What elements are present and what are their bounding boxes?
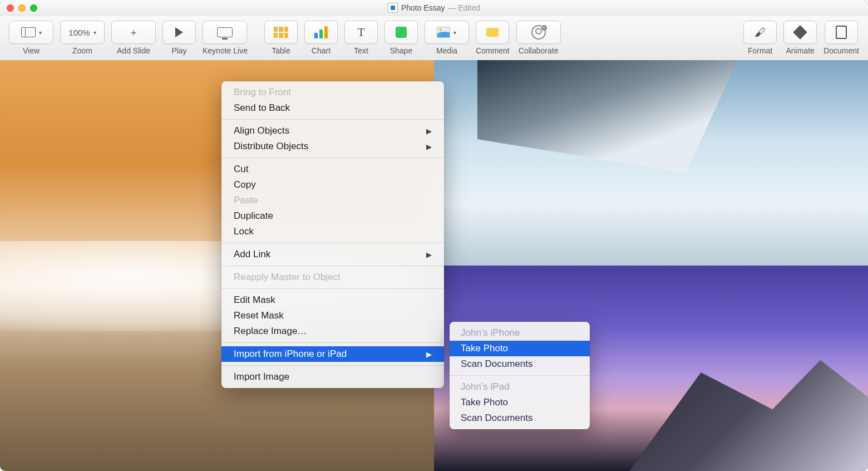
zoom-label: Zoom [72,46,92,55]
table-button[interactable] [264,21,298,44]
text-label: Text [354,46,368,55]
comment-icon [486,28,499,37]
table-tool: Table [264,21,298,55]
menu-separator [221,266,444,266]
format-icon: 🖌 [754,26,766,39]
view-button[interactable]: ▾ [9,21,53,44]
submenu-arrow-icon: ▶ [426,143,432,151]
chevron-down-icon: ▾ [93,30,96,36]
submenu-arrow-icon: ▶ [426,127,432,135]
submenu-iphone-take-photo[interactable]: Take Photo [450,341,590,356]
document-title: Photo Essay [401,3,445,12]
document-tool: Document [823,21,859,55]
add-slide-button[interactable]: ＋ [111,21,156,44]
animate-label: Animate [786,46,815,55]
menu-import-image[interactable]: Import Image [221,369,444,385]
keynote-live-button[interactable] [203,21,247,44]
minimize-window-button[interactable] [18,4,26,12]
submenu-iphone-scan-documents[interactable]: Scan Documents [450,356,590,372]
window-title: Photo Essay — Edited [0,3,868,13]
submenu-device-iphone: John’s iPhone [450,325,590,341]
edited-indicator: — Edited [448,3,481,12]
shape-icon [396,27,407,38]
chart-label: Chart [312,46,331,55]
zoom-button[interactable]: 100% ▾ [60,21,105,44]
menu-reset-mask[interactable]: Reset Mask [221,308,444,323]
zoom-tool: 100% ▾ Zoom [60,21,105,55]
zoom-value: 100% [68,28,90,37]
play-tool: Play [162,21,196,55]
media-icon [437,27,450,38]
toolbar-right-group: 🖌 Format Animate Document [740,21,862,55]
view-label: View [23,46,40,55]
chart-button[interactable] [304,21,338,44]
submenu-ipad-take-photo[interactable]: Take Photo [450,395,590,410]
menu-separator [221,243,444,243]
document-icon [388,3,398,13]
menu-replace-image[interactable]: Replace Image… [221,323,444,339]
view-tool: ▾ View [9,21,53,55]
menu-separator [221,342,444,343]
menu-separator [450,375,590,376]
submenu-ipad-scan-documents[interactable]: Scan Documents [450,410,590,426]
menu-send-to-back[interactable]: Send to Back [221,100,444,116]
keynote-live-label: Keynote Live [203,46,248,55]
table-icon [274,27,288,38]
collaborate-button[interactable]: + [516,21,561,44]
shape-button[interactable] [384,21,418,44]
slide-image-ice[interactable] [434,60,868,266]
text-tool: T Text [344,21,378,55]
menu-lock[interactable]: Lock [221,224,444,239]
menu-edit-mask[interactable]: Edit Mask [221,292,444,308]
context-menu: Bring to Front Send to Back Align Object… [221,81,444,388]
play-button[interactable] [162,21,196,44]
media-tool: ▾ Media [425,21,469,55]
menu-reapply-master: Reapply Master to Object [221,269,444,285]
menu-paste: Paste [221,193,444,208]
text-icon: T [357,26,364,38]
menu-cut[interactable]: Cut [221,161,444,177]
menu-separator [221,288,444,289]
document-label: Document [823,46,859,55]
submenu-arrow-icon: ▶ [426,251,432,259]
collaborate-label: Collaborate [519,46,559,55]
format-tool: 🖌 Format [743,21,777,55]
keynote-live-icon [217,27,233,37]
zoom-window-button[interactable] [30,4,37,12]
keynote-live-tool: Keynote Live [203,21,248,55]
menu-separator [221,119,444,120]
view-icon [21,27,36,37]
menu-import-from-iphone-ipad[interactable]: Import from iPhone or iPad▶ [221,346,444,362]
document-button[interactable] [825,21,858,44]
menu-separator [221,365,444,366]
submenu-device-ipad: John’s iPad [450,379,590,395]
menu-bring-to-front: Bring to Front [221,85,444,100]
play-label: Play [171,46,186,55]
menu-align-objects[interactable]: Align Objects▶ [221,123,444,139]
add-slide-label: Add Slide [117,46,150,55]
comment-button[interactable] [476,21,509,44]
media-button[interactable]: ▾ [425,21,469,44]
collaborate-icon: + [531,25,546,40]
menu-copy[interactable]: Copy [221,177,444,193]
comment-tool: Comment [476,21,510,55]
chart-tool: Chart [304,21,338,55]
shape-tool: Shape [384,21,418,55]
animate-button[interactable] [783,21,817,44]
submenu-arrow-icon: ▶ [426,350,432,359]
shape-label: Shape [390,46,412,55]
collaborate-tool: + Collaborate [516,21,561,55]
animate-icon [793,25,807,39]
format-button[interactable]: 🖌 [743,21,777,44]
add-slide-tool: ＋ Add Slide [111,21,156,55]
menu-separator [221,158,444,158]
menu-duplicate[interactable]: Duplicate [221,208,444,224]
play-icon [175,27,183,37]
menu-add-link[interactable]: Add Link▶ [221,247,444,262]
text-button[interactable]: T [344,21,378,44]
close-window-button[interactable] [7,4,14,12]
menu-distribute-objects[interactable]: Distribute Objects▶ [221,139,444,154]
media-label: Media [436,46,457,55]
plus-icon: ＋ [129,27,139,37]
document-panel-icon [836,26,847,39]
